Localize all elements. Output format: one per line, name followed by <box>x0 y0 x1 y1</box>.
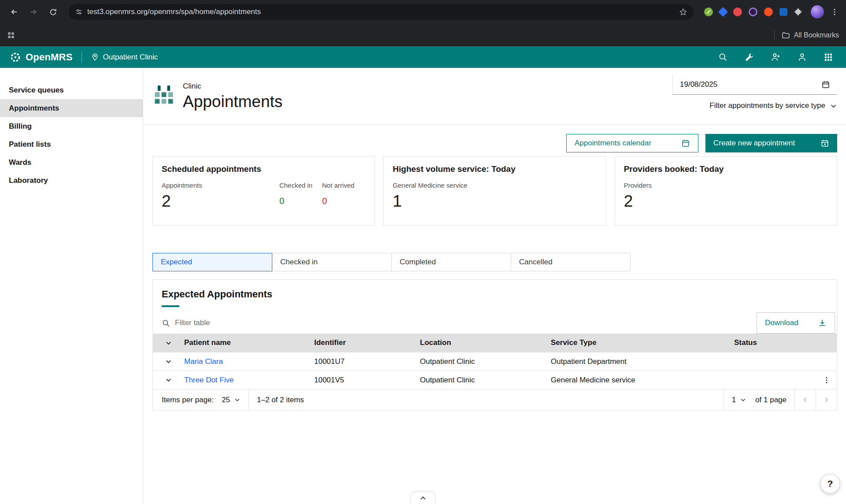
page-number-select[interactable]: 1 <box>724 389 754 410</box>
screen: { "colors": { "brand_teal": "#007d79", "… <box>0 0 846 504</box>
table-pagination: Items per page: 25 1–2 of 2 items 1 of 1… <box>153 389 837 410</box>
user-icon <box>798 52 807 62</box>
sidebar-item-wards[interactable]: Wards <box>0 153 143 171</box>
calendar-icon[interactable] <box>821 80 830 89</box>
pagination-range: 1–2 of 2 items <box>249 396 312 404</box>
table-filter[interactable] <box>153 319 757 327</box>
extension-diamond-icon[interactable] <box>718 7 728 17</box>
browser-menu-icon[interactable] <box>828 3 841 21</box>
column-header-status[interactable]: Status <box>734 338 837 347</box>
column-header-patient[interactable]: Patient name <box>184 338 314 347</box>
sidebar-item-service-queues[interactable]: Service queues <box>0 81 143 99</box>
location-pin-icon <box>91 53 99 61</box>
app-switcher-button[interactable] <box>815 46 842 68</box>
extensions-area <box>701 7 806 16</box>
openmrs-logo-icon <box>10 52 21 63</box>
items-per-page-value: 25 <box>222 396 230 404</box>
column-header-service-type[interactable]: Service Type <box>551 338 734 347</box>
extension-brush-icon[interactable] <box>704 7 713 16</box>
page-title-block: Clinic Appointments <box>183 82 282 124</box>
metric-label: Appointments <box>162 182 202 189</box>
add-user-button[interactable] <box>762 46 789 68</box>
previous-page-button[interactable] <box>794 389 816 410</box>
expand-all-button[interactable] <box>153 339 184 347</box>
create-new-appointment-button[interactable]: Create new appointment <box>705 134 837 152</box>
column-header-identifier[interactable]: Identifier <box>314 338 420 347</box>
items-per-page-label: Items per page: <box>153 396 214 404</box>
extension-blue-icon[interactable] <box>779 8 787 16</box>
scroll-to-top-button[interactable] <box>411 492 435 504</box>
metric-title: Scheduled appointments <box>162 164 366 174</box>
all-bookmarks-button[interactable]: All Bookmarks <box>782 31 839 39</box>
app-body: Service queues Appointments Billing Pati… <box>0 68 846 504</box>
sidebar-item-laboratory[interactable]: Laboratory <box>0 171 143 189</box>
not-arrived-label: Not arrived <box>322 182 354 189</box>
metric-title: Providers booked: Today <box>624 164 828 174</box>
service-type-filter-dropdown[interactable]: Filter appointments by service type <box>709 101 837 110</box>
extension-purple-icon[interactable] <box>749 7 757 16</box>
appointment-date-picker[interactable] <box>672 74 837 95</box>
extension-red-icon[interactable] <box>733 7 742 16</box>
tab-expected[interactable]: Expected <box>152 253 272 271</box>
filter-table-input[interactable] <box>175 319 757 327</box>
extension-orange-icon[interactable] <box>764 7 773 16</box>
site-settings-icon[interactable] <box>75 8 83 16</box>
patient-name-link[interactable]: Three Dot Five <box>184 376 314 385</box>
extensions-puzzle-icon[interactable] <box>794 7 803 16</box>
metric-card-highest-volume: Highest volume service: Today General Me… <box>383 156 606 226</box>
metric-label: Providers <box>624 182 652 189</box>
checked-in-stat: Checked in 0 <box>279 182 312 211</box>
checked-in-label: Checked in <box>279 182 312 189</box>
table-row: Maria Clara 10001U7 Outpatient Clinic Ou… <box>153 352 837 371</box>
row-overflow-menu-icon[interactable] <box>823 376 831 384</box>
app-switcher-icon <box>824 53 833 62</box>
tab-cancelled[interactable]: Cancelled <box>511 253 631 271</box>
create-appointment-label: Create new appointment <box>713 139 795 148</box>
metric-title: Highest volume service: Today <box>393 164 597 174</box>
download-button[interactable]: Download <box>757 312 835 334</box>
sidebar-item-billing[interactable]: Billing <box>0 117 143 135</box>
page-header-right: Filter appointments by service type <box>672 68 837 124</box>
cell-location: Outpatient Clinic <box>420 357 551 366</box>
cell-identifier: 10001U7 <box>314 357 420 366</box>
apps-grid-icon[interactable] <box>7 31 15 39</box>
bookmarks-divider <box>774 30 775 40</box>
implementer-tools-button[interactable] <box>736 46 762 68</box>
not-arrived-value: 0 <box>322 196 354 206</box>
address-bar[interactable]: test3.openmrs.org/openmrs/spa/home/appoi… <box>69 4 694 20</box>
app-header: OpenMRS Outpatient Clinic <box>0 46 846 68</box>
tab-completed[interactable]: Completed <box>391 253 511 271</box>
bookmark-star-icon[interactable] <box>679 8 687 16</box>
help-button[interactable]: ? <box>820 474 840 493</box>
page-count-label: of 1 page <box>754 396 794 404</box>
search-button[interactable] <box>709 46 736 68</box>
download-label: Download <box>765 319 798 327</box>
openmrs-logo[interactable]: OpenMRS <box>10 52 73 63</box>
sidebar-item-patient-lists[interactable]: Patient lists <box>0 135 143 153</box>
url-text[interactable]: test3.openmrs.org/openmrs/spa/home/appoi… <box>87 7 675 16</box>
tab-checked-in[interactable]: Checked in <box>272 253 392 271</box>
expand-row-button[interactable] <box>153 358 184 365</box>
column-header-location[interactable]: Location <box>420 338 551 347</box>
location-name: Outpatient Clinic <box>103 53 158 62</box>
metric-main: General Medicine service 1 <box>393 182 467 211</box>
main-content: Clinic Appointments Filter appointments … <box>143 68 846 504</box>
items-per-page-select[interactable]: 25 <box>214 389 249 410</box>
user-button[interactable] <box>789 46 815 68</box>
browser-back-button[interactable] <box>5 3 23 21</box>
date-input[interactable] <box>680 80 821 89</box>
browser-refresh-button[interactable] <box>44 3 62 21</box>
sidebar-item-appointments[interactable]: Appointments <box>0 99 143 117</box>
search-icon <box>162 319 170 327</box>
location-display[interactable]: Outpatient Clinic <box>91 53 158 62</box>
table-header-row: Patient name Identifier Location Service… <box>153 334 837 352</box>
cell-service-type: Outpatient Department <box>551 357 734 366</box>
next-page-button[interactable] <box>816 389 837 410</box>
browser-forward-button[interactable] <box>25 3 42 21</box>
appointments-calendar-label: Appointments calendar <box>575 139 651 148</box>
appointments-calendar-button[interactable]: Appointments calendar <box>566 134 698 152</box>
patient-name-link[interactable]: Maria Clara <box>184 357 314 366</box>
expand-row-button[interactable] <box>153 376 184 384</box>
checked-in-value: 0 <box>279 196 312 206</box>
profile-avatar[interactable] <box>811 5 824 19</box>
